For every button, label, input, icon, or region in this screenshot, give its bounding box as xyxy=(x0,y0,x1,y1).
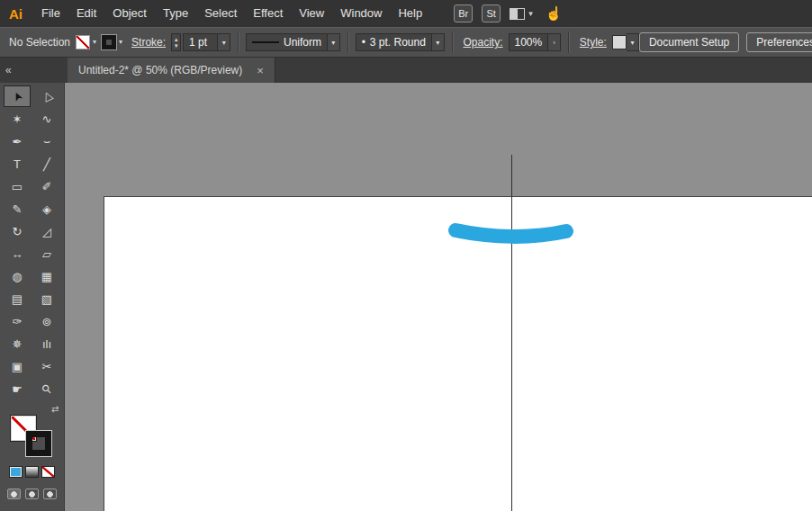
selection-status: No Selection xyxy=(9,36,70,49)
menu-view[interactable]: View xyxy=(291,0,332,27)
perspective-grid-tool[interactable]: ▦ xyxy=(33,265,60,287)
mesh-tool-icon: ▤ xyxy=(12,292,23,306)
stroke-weight-stepper[interactable]: ▲ ▼ xyxy=(171,33,181,51)
stroke-swatch[interactable] xyxy=(26,431,51,456)
curvature-tool[interactable]: ⌣ xyxy=(33,130,60,152)
stepper-up-icon: ▲ xyxy=(174,37,179,42)
menu-type[interactable]: Type xyxy=(155,0,196,27)
width-profile-dropdown-button[interactable]: ▾ xyxy=(328,33,340,51)
brush-definition-dropdown-button[interactable]: ▾ xyxy=(432,33,445,51)
rotate-tool[interactable]: ↻ xyxy=(4,220,31,242)
paintbrush-tool[interactable]: ✐ xyxy=(33,175,60,197)
color-mode-row xyxy=(9,466,55,478)
menu-object[interactable]: Object xyxy=(104,0,155,27)
rectangle-tool[interactable]: ▭ xyxy=(4,175,31,197)
shaper-tool[interactable]: ✎ xyxy=(4,198,31,220)
lasso-tool[interactable]: ∿ xyxy=(33,108,60,130)
perspective-grid-tool-icon: ▦ xyxy=(41,270,52,283)
brush-definition-select[interactable]: • 3 pt. Round xyxy=(356,33,432,51)
chevron-down-icon: ▾ xyxy=(119,39,122,46)
direct-selection-tool-icon: ▷ xyxy=(39,89,55,103)
collapse-panel-icon[interactable]: « xyxy=(5,64,12,76)
opacity-dropdown-button[interactable]: › xyxy=(548,33,561,51)
column-graph-tool[interactable]: ılı xyxy=(33,333,60,354)
draw-inside-button[interactable] xyxy=(43,489,57,499)
type-tool[interactable]: T xyxy=(4,153,31,175)
stock-button[interactable]: St xyxy=(482,4,501,22)
shape-builder-tool[interactable]: ◍ xyxy=(4,265,31,287)
app-bar: Ai FileEditObjectTypeSelectEffectViewWin… xyxy=(0,0,812,27)
column-graph-tool-icon: ılı xyxy=(42,337,51,351)
menu-effect[interactable]: Effect xyxy=(245,0,291,27)
artboard-tool[interactable]: ▣ xyxy=(4,355,31,377)
menu-window[interactable]: Window xyxy=(332,0,390,27)
free-transform-tool[interactable]: ▱ xyxy=(33,243,60,264)
menu-file[interactable]: File xyxy=(33,0,68,27)
eyedropper-tool-icon: ✑ xyxy=(13,315,23,328)
slice-tool[interactable]: ✂ xyxy=(33,355,60,377)
none-button[interactable] xyxy=(41,466,55,478)
line-segment-tool[interactable]: ╱ xyxy=(33,153,60,175)
paintbrush-tool-icon: ✐ xyxy=(42,180,52,193)
artboard-tool-icon: ▣ xyxy=(12,360,23,373)
style-dropdown-button[interactable]: ▾ xyxy=(627,33,639,51)
gradient-button[interactable] xyxy=(25,466,39,478)
eyedropper-tool[interactable]: ✑ xyxy=(4,310,31,332)
gradient-tool[interactable]: ▧ xyxy=(33,288,60,309)
symbol-sprayer-tool[interactable]: ✵ xyxy=(4,333,31,354)
close-icon[interactable]: × xyxy=(257,64,264,77)
width-tool-icon: ↔ xyxy=(12,247,23,261)
bridge-button[interactable]: Br xyxy=(454,4,473,22)
magic-wand-tool[interactable]: ✶ xyxy=(4,108,31,130)
rectangle-tool-icon: ▭ xyxy=(12,180,23,193)
color-button[interactable] xyxy=(9,466,23,478)
opacity-panel-link[interactable]: Opacity: xyxy=(464,36,503,49)
pen-tool[interactable]: ✒ xyxy=(4,130,31,152)
menu-list: FileEditObjectTypeSelectEffectViewWindow… xyxy=(33,0,430,27)
brush-stroke-path[interactable] xyxy=(456,230,566,237)
graphic-style-swatch[interactable] xyxy=(612,35,627,49)
stroke-weight-dropdown-button[interactable]: ▾ xyxy=(218,33,230,51)
hand-tool-icon: ☛ xyxy=(12,382,23,396)
zoom-tool[interactable]: ⚲ xyxy=(33,378,60,399)
direct-selection-tool[interactable]: ▷ xyxy=(33,85,60,107)
document-tab-title: Untitled-2* @ 50% (RGB/Preview) xyxy=(78,64,242,76)
touch-workspace-icon[interactable]: ☝ xyxy=(546,5,563,22)
stroke-panel-link[interactable]: Stroke: xyxy=(131,36,166,49)
fill-color-dropdown[interactable]: ▾ xyxy=(76,35,96,49)
stepper-down-icon: ▼ xyxy=(174,43,179,49)
tools-panel: ➤▷✶∿✒⌣T╱▭✐✎◈↻◿↔▱◍▦▤▧✑⊚✵ılı▣✂☛⚲ ⇄ xyxy=(0,83,65,511)
menu-edit[interactable]: Edit xyxy=(68,0,104,27)
control-bar: No Selection ▾ ▾ Stroke: ▲ ▼ 1 pt ▾ Unif… xyxy=(0,27,812,58)
width-profile-select[interactable]: Uniform xyxy=(246,33,328,51)
opacity-input[interactable]: 100% xyxy=(509,33,549,51)
canvas[interactable] xyxy=(65,83,812,511)
menu-select[interactable]: Select xyxy=(196,0,245,27)
separator xyxy=(452,31,453,53)
stroke-weight-input[interactable]: 1 pt xyxy=(183,33,218,51)
lasso-tool-icon: ∿ xyxy=(42,112,52,126)
document-setup-button[interactable]: Document Setup xyxy=(639,32,739,52)
pen-tool-icon: ✒ xyxy=(13,135,23,148)
document-tab[interactable]: Untitled-2* @ 50% (RGB/Preview) × xyxy=(68,58,275,83)
arrange-documents-icon xyxy=(510,8,525,20)
menu-help[interactable]: Help xyxy=(390,0,430,27)
magic-wand-tool-icon: ✶ xyxy=(13,112,23,126)
arrange-documents-dropdown[interactable]: ▾ xyxy=(510,8,533,20)
mesh-tool[interactable]: ▤ xyxy=(4,288,31,309)
separator xyxy=(347,31,348,53)
preferences-button[interactable]: Preferences xyxy=(746,32,812,52)
draw-behind-button[interactable] xyxy=(25,489,39,499)
swap-fill-stroke-icon[interactable]: ⇄ xyxy=(51,404,59,414)
selection-tool[interactable]: ➤ xyxy=(4,85,31,107)
draw-normal-button[interactable] xyxy=(7,489,21,499)
toolbar-tools: ➤▷✶∿✒⌣T╱▭✐✎◈↻◿↔▱◍▦▤▧✑⊚✵ılı▣✂☛⚲ xyxy=(4,85,60,399)
stroke-swatch-icon xyxy=(102,35,116,49)
eraser-tool[interactable]: ◈ xyxy=(33,198,60,220)
width-tool[interactable]: ↔ xyxy=(4,243,31,264)
stroke-color-dropdown[interactable]: ▾ xyxy=(102,35,122,49)
hand-tool[interactable]: ☛ xyxy=(4,378,31,399)
style-panel-link[interactable]: Style: xyxy=(580,36,607,49)
blend-tool[interactable]: ⊚ xyxy=(33,310,60,332)
scale-tool[interactable]: ◿ xyxy=(33,220,60,242)
